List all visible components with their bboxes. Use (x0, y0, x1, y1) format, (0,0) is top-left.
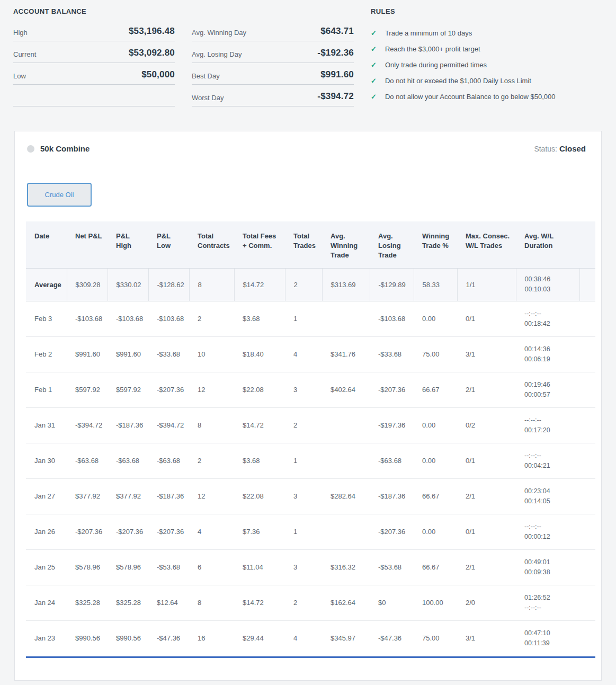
table-cell: 6 (189, 549, 234, 585)
table-cell: $14.72 (234, 407, 285, 443)
table-cell: -$103.68 (67, 301, 108, 336)
table-cell: $377.92 (67, 478, 108, 514)
table-cell: $18.40 (234, 336, 285, 372)
duration-cell: 00:14:3600:06:19 (516, 336, 579, 372)
table-cell: $162.64 (322, 585, 370, 620)
account-balance-stats: High$53,196.48Current$53,092.80Low$50,00… (13, 20, 175, 85)
duration-win: 01:26:52 (524, 593, 576, 603)
table-cell: 12 (189, 372, 234, 407)
table-cell: 75.00 (414, 336, 457, 372)
table-cell: 2/0 (457, 585, 516, 620)
table-cell: 100.00 (414, 585, 457, 620)
stat-label: Avg. Winning Day (192, 29, 246, 37)
column-header: P&L Low (148, 221, 189, 268)
rule-text: Do not allow your Account Balance to go … (385, 93, 556, 101)
daily-results-table: DateNet P&LP&L HighP&L LowTotal Contract… (26, 221, 595, 656)
column-header: Winning Trade % (414, 221, 457, 268)
table-cell: $22.08 (234, 372, 285, 407)
table-cell: $325.28 (108, 585, 148, 620)
combine-card: 50k Combine Status:Closed Crude Oil Date… (14, 131, 602, 681)
table-cell: -$187.36 (148, 478, 189, 514)
table-cell: 2 (285, 407, 322, 443)
table-cell: $990.56 (67, 620, 108, 656)
table-cell: 66.67 (414, 549, 457, 585)
table-row: Feb 1$597.92$597.92-$207.3612$22.083$402… (26, 372, 595, 407)
date-cell: Average (26, 268, 67, 301)
table-cell: 4 (285, 336, 322, 372)
table-cell: -$63.68 (148, 443, 189, 478)
rule-text: Reach the $3,000+ profit target (385, 45, 480, 53)
stat-value: $643.71 (320, 26, 354, 37)
duration-loss: 00:18:42 (524, 319, 576, 329)
table-cell: -$207.36 (148, 372, 189, 407)
table-cell (322, 301, 370, 336)
duration-cell: 00:23:0400:14:05 (516, 478, 579, 514)
column-header: Date (26, 221, 67, 268)
table-cell: 8 (189, 407, 234, 443)
empty-stat-row (13, 85, 175, 106)
table-row: Jan 24$325.28$325.28$12.648$14.722$162.6… (26, 585, 595, 620)
table-cell: -$63.68 (108, 443, 148, 478)
duration-cell: --:--:--00:17:20 (516, 407, 579, 443)
account-balance-title: ACCOUNT BALANCE (13, 7, 175, 15)
row-spacer (579, 585, 595, 620)
duration-loss: 00:06:19 (524, 354, 576, 364)
table-cell: 1/1 (457, 268, 516, 301)
table-cell: -$207.36 (370, 514, 414, 549)
stat-row: Worst Day-$394.72 (192, 85, 354, 106)
rule-item: ✓Trade a minimum of 10 days (371, 25, 603, 41)
duration-loss: 00:00:12 (524, 532, 576, 542)
table-cell: 2/1 (457, 372, 516, 407)
table-cell: $991.60 (67, 336, 108, 372)
stat-value: $991.60 (320, 69, 354, 80)
table-cell: 1 (285, 514, 322, 549)
table-cell: 0.00 (414, 443, 457, 478)
table-row: Jan 31-$394.72-$187.36-$394.728$14.722-$… (26, 407, 595, 443)
date-cell: Feb 3 (26, 301, 67, 336)
table-cell (322, 443, 370, 478)
tab-crude-oil[interactable]: Crude Oil (27, 183, 92, 207)
stat-label: Avg. Losing Day (192, 50, 242, 58)
duration-loss: 00:10:03 (525, 284, 576, 295)
day-stats-spacer (192, 7, 354, 15)
table-cell: 3/1 (457, 336, 516, 372)
table-cell: 16 (189, 620, 234, 656)
table-cell: -$103.68 (370, 301, 414, 336)
table-cell: $377.92 (108, 478, 148, 514)
table-header-row: DateNet P&LP&L HighP&L LowTotal Contract… (26, 221, 595, 268)
summary-section: ACCOUNT BALANCE High$53,196.48Current$53… (13, 0, 603, 106)
date-cell: Jan 23 (26, 620, 67, 656)
day-stats-panel: Avg. Winning Day$643.71Avg. Losing Day-$… (192, 7, 354, 106)
table-cell: $313.69 (322, 268, 370, 301)
table-cell: 1 (285, 443, 322, 478)
table-cell: 2 (189, 301, 234, 336)
row-spacer (579, 620, 595, 656)
date-cell: Jan 31 (26, 407, 67, 443)
table-cell: 0.00 (414, 407, 457, 443)
column-header: P&L High (108, 221, 148, 268)
combine-card-header: 50k Combine Status:Closed (27, 144, 586, 153)
table-cell: -$103.68 (148, 301, 189, 336)
table-cell: 0/1 (457, 514, 516, 549)
column-header: Total Fees + Comm. (234, 221, 285, 268)
stat-label: Worst Day (192, 94, 224, 102)
date-cell: Jan 30 (26, 443, 67, 478)
table-cell: $3.68 (234, 443, 285, 478)
table-row: Jan 23$990.56$990.56-$47.3616$29.444$345… (26, 620, 595, 656)
table-cell: 0/1 (457, 443, 516, 478)
duration-win: 00:38:46 (525, 274, 576, 284)
table-cell: $402.64 (322, 372, 370, 407)
check-icon: ✓ (371, 45, 377, 53)
table-cell: $309.28 (67, 268, 108, 301)
table-cell: 0/1 (457, 301, 516, 336)
table-cell: 3 (285, 478, 322, 514)
duration-win: 00:14:36 (524, 344, 576, 354)
table-cell: -$47.36 (370, 620, 414, 656)
table-cell: 3 (285, 372, 322, 407)
duration-win: --:--:-- (524, 451, 576, 461)
table-cell: $597.92 (67, 372, 108, 407)
table-cell: $29.44 (234, 620, 285, 656)
stat-value: $50,000 (141, 69, 175, 80)
rule-item: ✓Do not allow your Account Balance to go… (371, 88, 603, 104)
stat-value: $53,196.48 (129, 26, 175, 37)
